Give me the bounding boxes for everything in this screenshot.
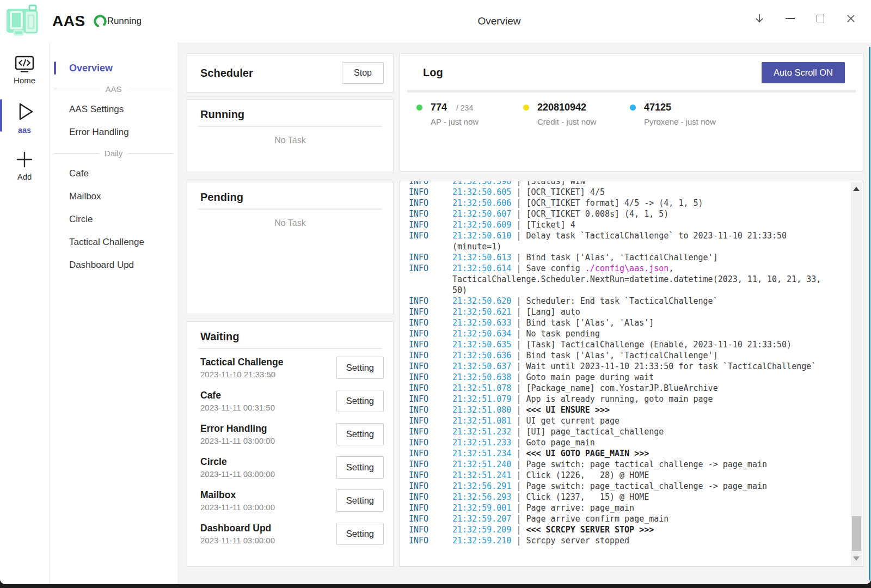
log-message: 21:32:51.078 | [Package_name] com.Yostar…: [452, 383, 826, 394]
setting-button-cafe[interactable]: Setting: [336, 390, 384, 412]
hide-window-button[interactable]: [748, 7, 771, 30]
sidebar-item-label: AAS Settings: [69, 104, 124, 115]
waiting-task-row: Circle2023-11-11 03:00:00Setting: [200, 451, 384, 484]
scroll-up-icon[interactable]: [853, 187, 860, 191]
log-message: 21:32:59.210 | Scrcpy server stopped: [452, 535, 826, 546]
log-message: 21:32:51.080 | <<< UI ENSURE >>>: [452, 405, 826, 415]
close-button[interactable]: [839, 7, 862, 30]
setting-button-tactical-challenge[interactable]: Setting: [336, 357, 384, 379]
log-message: 21:32:50.621 | [Lang] auto: [452, 307, 826, 317]
log-separator: |: [511, 481, 526, 491]
log-text: <<< UI ENSURE >>>: [526, 405, 610, 415]
log-line: INFO21:32:50.607 | [OCR_TICKET 0.008s] (…: [409, 209, 826, 219]
stat-value-row: 220810942: [523, 102, 630, 113]
stat-ap: 774/ 234AP - just now: [416, 102, 523, 126]
maximize-button[interactable]: [809, 7, 832, 30]
log-text: [Lang] auto: [526, 307, 580, 317]
log-separator: |: [511, 362, 526, 371]
sidebar-item-dashboard-upd[interactable]: Dashboard Upd: [50, 254, 177, 277]
stat-value: 47125: [644, 102, 671, 113]
log-timestamp: 21:32:50.609: [452, 220, 511, 230]
log-separator: |: [511, 351, 526, 360]
sidebar-item-overview[interactable]: Overview: [50, 57, 177, 79]
running-card-header: Running: [198, 100, 382, 127]
sidebar-item-label: Circle: [69, 214, 93, 225]
minimize-icon: [786, 18, 795, 19]
log-scrollbar[interactable]: [851, 182, 862, 566]
setting-button-circle[interactable]: Setting: [336, 456, 384, 479]
log-lines: INFO21:32:50.598 | [Status] WININFO21:32…: [409, 181, 826, 546]
log-text: [Ticket] 4: [526, 220, 575, 230]
log-timestamp: 21:32:51.232: [452, 427, 511, 437]
waiting-task-info: Dashboard Upd2023-11-11 03:00:00: [200, 523, 275, 545]
sidebar-item-aas-settings[interactable]: AAS Settings: [50, 98, 177, 121]
log-timestamp: 21:32:50.637: [452, 362, 511, 371]
stat-label: AP - just now: [431, 117, 523, 126]
setting-button-dashboard-upd[interactable]: Setting: [336, 523, 384, 545]
log-timestamp: 21:32:59.210: [452, 536, 511, 546]
waiting-task-row: Error Handling2023-11-11 03:00:00Setting: [200, 418, 384, 451]
log-line: INFO21:32:50.620 | Scheduler: End task `…: [409, 296, 826, 307]
sidebar-item-tactical-challenge[interactable]: Tactical Challenge: [50, 231, 177, 254]
log-card: Log Auto Scroll ON 774/ 234AP - just now…: [400, 53, 863, 171]
log-card-header: Log Auto Scroll ON: [400, 54, 863, 83]
log-line: INFO21:32:59.001 | Page arrive: page_mai…: [409, 503, 826, 513]
log-level: INFO: [409, 307, 452, 317]
log-text: Bind task ['Alas', 'Alas']: [526, 318, 654, 328]
log-timestamp: 21:32:56.293: [452, 492, 511, 502]
waiting-card-header: Waiting: [198, 322, 382, 349]
setting-button-mailbox[interactable]: Setting: [336, 489, 384, 512]
log-text: UI get current page: [526, 416, 619, 426]
log-message: 21:32:50.607 | [OCR_TICKET 0.008s] (4, 1…: [452, 209, 826, 219]
log-level: INFO: [409, 524, 452, 535]
sidebar-item-error-handling[interactable]: Error Handling: [50, 121, 177, 144]
setting-button-error-handling[interactable]: Setting: [336, 423, 384, 445]
log-separator: |: [511, 438, 526, 448]
stat-dot-icon: [523, 105, 529, 111]
log-message: 21:32:51.234 | <<< UI GOTO PAGE_MAIN >>>: [452, 448, 826, 459]
nav-section-label: AAS: [106, 84, 122, 94]
log-message: 21:32:50.635 | [Task] TacticalChallenge …: [452, 339, 826, 350]
log-message: 21:32:50.633 | Bind task ['Alas', 'Alas'…: [452, 317, 826, 328]
pending-empty-text: No Task: [187, 210, 393, 228]
waiting-task-row: Mailbox2023-11-11 03:00:00Setting: [200, 484, 384, 517]
log-line: INFO21:32:50.613 | Bind task ['Alas', 'T…: [409, 252, 826, 263]
log-separator: |: [511, 514, 526, 524]
stat-credit: 220810942Credit - just now: [523, 102, 630, 126]
log-level: INFO: [409, 198, 452, 209]
log-level: INFO: [409, 317, 452, 328]
log-separator: |: [511, 187, 526, 197]
rail-item-aas[interactable]: aas: [0, 100, 49, 134]
log-separator: |: [511, 296, 526, 306]
log-message: 21:32:50.620 | Scheduler: End task `Tact…: [452, 296, 826, 307]
stop-button[interactable]: Stop: [342, 62, 384, 84]
log-text: Click (1226, 28) @ HOME: [526, 470, 649, 480]
log-timestamp: 21:32:50.638: [452, 372, 511, 382]
minimize-button[interactable]: [778, 7, 801, 30]
sidebar-item-cafe[interactable]: Cafe: [50, 162, 177, 185]
scrollbar-thumb[interactable]: [852, 516, 861, 551]
log-line: INFO21:32:51.078 | [Package_name] com.Yo…: [409, 383, 826, 394]
sidebar-item-mailbox[interactable]: Mailbox: [50, 185, 177, 208]
log-line: INFO21:32:50.638 | Goto main page during…: [409, 372, 826, 383]
log-text: Scrcpy server stopped: [526, 536, 629, 546]
sidebar-item-circle[interactable]: Circle: [50, 208, 177, 231]
log-console[interactable]: INFO21:32:50.598 | [Status] WININFO21:32…: [400, 181, 863, 567]
rail-item-home[interactable]: Home: [0, 56, 49, 85]
running-card: Running No Task: [187, 99, 394, 173]
log-timestamp: 21:32:51.081: [452, 416, 511, 426]
rail-item-label: Home: [14, 76, 35, 85]
log-separator: |: [511, 181, 526, 186]
log-level: INFO: [409, 513, 452, 524]
log-line: INFO21:32:51.079 | App is already runnin…: [409, 394, 826, 405]
sidebar-nav: OverviewAASAAS SettingsError HandlingDai…: [50, 42, 178, 584]
log-text: [Package_name] com.YostarJP.BlueArchive: [526, 383, 717, 393]
sidebar-item-label: Dashboard Upd: [69, 260, 134, 271]
scroll-down-icon[interactable]: [853, 556, 860, 561]
log-timestamp: 21:32:50.621: [452, 307, 511, 317]
log-text: No task pending: [526, 329, 599, 339]
log-level: INFO: [409, 209, 452, 219]
auto-scroll-toggle-button[interactable]: Auto Scroll ON: [762, 62, 845, 83]
rail-item-add[interactable]: Add: [0, 150, 49, 181]
waiting-task-row: Tactical Challenge2023-11-10 21:33:50Set…: [200, 351, 384, 384]
